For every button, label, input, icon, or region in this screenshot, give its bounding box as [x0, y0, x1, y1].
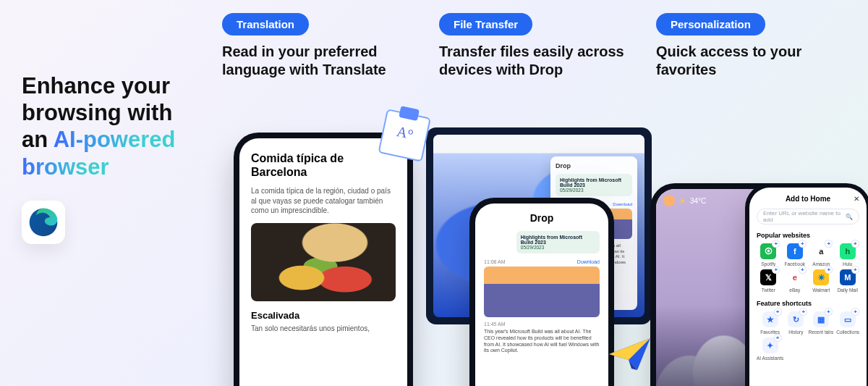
download-link[interactable]: Download — [613, 202, 632, 206]
article-title: Comida típica de Barcelona — [251, 151, 396, 179]
search-icon[interactable]: 🔍 — [846, 214, 853, 220]
shortcut-tile[interactable]: ✦+AI Assistants — [757, 337, 783, 361]
paper-plane-icon — [608, 337, 652, 372]
article-body: La comida típica de la región, ciudad o … — [251, 186, 396, 216]
intro-gradient-1: AI-powered — [54, 127, 176, 152]
article-image — [251, 223, 396, 301]
shortcut-tile[interactable]: ▦+Recent tabs — [809, 311, 834, 335]
close-icon[interactable]: ✕ — [854, 195, 859, 203]
browser-chrome — [433, 135, 644, 154]
app-tile[interactable]: h+Hulu — [836, 243, 860, 267]
intro-line1: Enhance your — [22, 73, 170, 98]
clipboard-icon: Aᵒ — [378, 103, 432, 161]
add-url-input[interactable]: Enter URL or website name to add 🔍 — [757, 209, 859, 225]
article-subtitle: Escalivada — [251, 310, 396, 321]
edge-logo-icon — [22, 201, 65, 244]
temperature: 34°C — [690, 197, 706, 205]
weather-icon: ☀ — [679, 197, 686, 205]
personal-column: Personalization Quick access to your fav… — [647, 0, 868, 386]
app-tile[interactable]: ⦿+Spotify — [757, 243, 780, 267]
app-tile[interactable]: 𝕏+Twitter — [757, 269, 780, 293]
intro-column: Enhance your browsing with an AI-powered… — [0, 0, 213, 386]
drop-phone: Drop Highlights from Microsoft Build 202… — [469, 198, 614, 386]
app-tile[interactable]: a+Amazon — [809, 243, 833, 267]
popular-apps-grid: ⦿+Spotifyf+Facebooka+Amazonh+Hulu𝕏+Twitt… — [757, 243, 859, 293]
translation-title: Read in your preferred language with Tra… — [222, 43, 422, 98]
shortcuts-grid: ★+Favorites↻+History▦+Recent tabs▭+Colle… — [757, 311, 859, 361]
personal-title: Quick access to your favorites — [656, 43, 859, 98]
add-home-title: Add to Home — [757, 195, 859, 203]
translation-phone: Comida típica de Barcelona La comida típ… — [234, 133, 413, 386]
app-tile[interactable]: M+Daily Mail — [836, 269, 860, 293]
status-bar: ☀ 34°C — [663, 195, 706, 206]
shortcuts-heading: Feature shortcuts — [757, 300, 859, 307]
drop-file-chip[interactable]: Highlights from Microsoft Build 2023 05/… — [556, 174, 632, 196]
drop-phone-thumb[interactable] — [484, 267, 600, 317]
avatar-icon[interactable] — [663, 195, 675, 206]
app-tile[interactable]: f+Facebook — [783, 243, 807, 267]
intro-headline: Enhance your browsing with an AI-powered… — [22, 72, 199, 180]
intro-gradient-2: browser — [22, 154, 109, 180]
drop-phone-title: Drop — [484, 212, 600, 224]
popular-heading: Popular websites — [757, 232, 859, 239]
intro-line3a: an — [22, 127, 54, 152]
shortcut-tile[interactable]: ↻+History — [786, 311, 805, 335]
drop-panel-title: Drop — [556, 162, 632, 169]
add-home-phone: Add to Home ✕ Enter URL or website name … — [745, 183, 868, 386]
personal-pill: Personalization — [656, 13, 765, 35]
translation-column: Translation Read in your preferred langu… — [213, 0, 430, 386]
app-tile[interactable]: e+eBay — [783, 269, 807, 293]
app-tile[interactable]: ✳+Walmart — [809, 269, 833, 293]
transfer-column: File Transfer Transfer files easily acro… — [430, 0, 647, 386]
drop-phone-blurb: This year's Microsoft Build was all abou… — [484, 329, 600, 354]
shortcut-tile[interactable]: ▭+Collections — [836, 311, 859, 335]
transfer-pill: File Transfer — [439, 13, 532, 35]
drop-phone-chip[interactable]: Highlights from Microsoft Build 2023 05/… — [516, 231, 600, 253]
shortcut-tile[interactable]: ★+Favorites — [757, 311, 783, 335]
transfer-title: Transfer files easily across devices wit… — [439, 43, 639, 98]
article-subbody: Tan solo necesitarás unos pimientos, — [251, 324, 396, 334]
translation-pill: Translation — [222, 13, 309, 35]
intro-line2: browsing with — [22, 100, 172, 125]
